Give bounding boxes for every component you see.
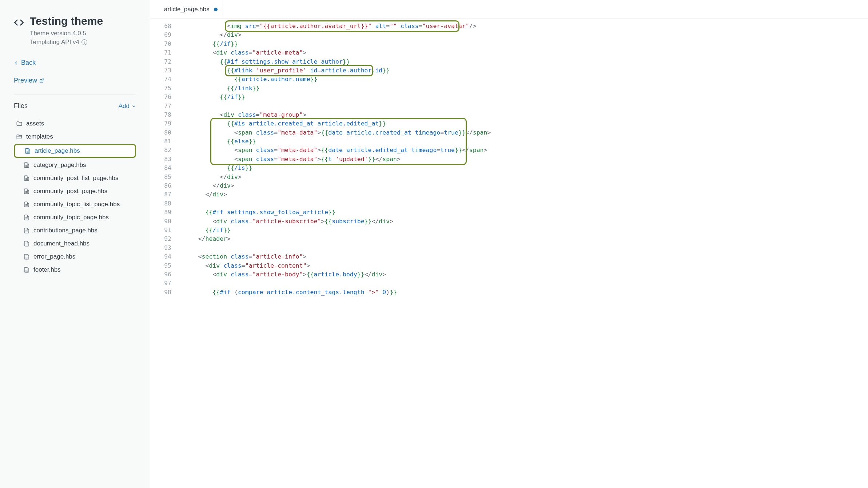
tab-filename: article_page.hbs xyxy=(164,6,210,13)
editor-pane: article_page.hbs 68697071727374757677787… xyxy=(150,0,868,488)
add-button[interactable]: Add xyxy=(119,103,136,110)
info-icon[interactable]: i xyxy=(81,39,87,45)
file-item[interactable]: category_page.hbs xyxy=(14,159,136,172)
files-header: Files Add xyxy=(14,102,136,110)
code-content[interactable]: <img src="{{article.author.avatar_url}}"… xyxy=(176,22,868,488)
file-item[interactable]: community_post_page.hbs xyxy=(14,185,136,198)
code-icon xyxy=(14,17,24,28)
file-item[interactable]: community_topic_list_page.hbs xyxy=(14,198,136,211)
folder-templates[interactable]: templates xyxy=(14,130,136,143)
file-item[interactable]: community_post_list_page.hbs xyxy=(14,172,136,185)
divider xyxy=(14,95,136,95)
file-tree: assetstemplatesarticle_page.hbscategory_… xyxy=(14,117,136,276)
external-link-icon xyxy=(39,78,44,83)
chevron-left-icon xyxy=(14,61,18,65)
file-item[interactable]: error_page.hbs xyxy=(14,250,136,263)
theme-header: Testing theme Theme version 4.0.5 Templa… xyxy=(14,15,136,46)
file-item[interactable]: article_page.hbs xyxy=(14,144,136,158)
line-number-gutter: 6869707172737475767778798081828384858687… xyxy=(150,22,176,488)
modified-indicator-icon xyxy=(214,8,218,11)
file-item[interactable]: footer.hbs xyxy=(14,263,136,276)
preview-link[interactable]: Preview xyxy=(14,77,136,84)
file-item[interactable]: community_topic_page.hbs xyxy=(14,211,136,224)
templating-api-label: Templating API v4 i xyxy=(30,39,103,46)
theme-version: Theme version 4.0.5 xyxy=(30,30,103,37)
editor-tab[interactable]: article_page.hbs xyxy=(159,0,223,19)
sidebar: Testing theme Theme version 4.0.5 Templa… xyxy=(0,0,150,488)
chevron-down-icon xyxy=(132,104,136,108)
file-item[interactable]: document_head.hbs xyxy=(14,237,136,250)
code-editor[interactable]: 6869707172737475767778798081828384858687… xyxy=(150,19,868,488)
back-link[interactable]: Back xyxy=(14,59,136,67)
tab-bar: article_page.hbs xyxy=(150,0,868,19)
files-label: Files xyxy=(14,102,28,110)
theme-title: Testing theme xyxy=(30,15,103,28)
svg-line-0 xyxy=(41,79,44,81)
folder-assets[interactable]: assets xyxy=(14,117,136,130)
file-item[interactable]: contributions_page.hbs xyxy=(14,224,136,237)
